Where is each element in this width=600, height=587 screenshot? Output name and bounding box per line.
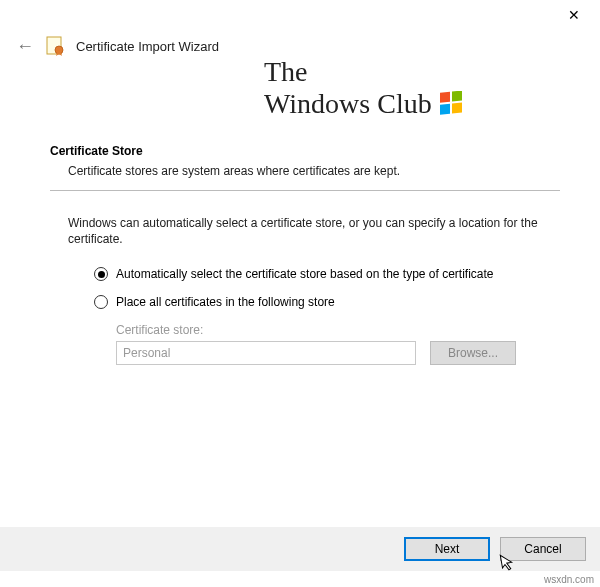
section-heading: Certificate Store [50,144,560,158]
radio-auto-label: Automatically select the certificate sto… [116,267,494,281]
wizard-title: Certificate Import Wizard [76,39,219,54]
divider [50,190,560,191]
next-button[interactable]: Next [404,537,490,561]
titlebar: ✕ [0,0,600,30]
svg-point-1 [55,46,63,54]
radio-manual-select[interactable]: Place all certificates in the following … [94,295,560,309]
instruction-text: Windows can automatically select a certi… [68,215,552,247]
browse-button: Browse... [430,341,516,365]
certificate-store-input [116,341,416,365]
wizard-content: Certificate Store Certificate stores are… [0,66,600,365]
radio-icon [94,267,108,281]
radio-icon [94,295,108,309]
radio-group: Automatically select the certificate sto… [94,267,560,309]
back-arrow-icon[interactable]: ← [16,37,34,55]
certificate-store-block: Certificate store: Browse... [116,323,560,365]
attribution-text: wsxdn.com [544,574,594,585]
radio-auto-select[interactable]: Automatically select the certificate sto… [94,267,560,281]
wizard-footer: Next Cancel [0,527,600,571]
wizard-header: ← Certificate Import Wizard [0,30,600,66]
close-icon[interactable]: ✕ [560,3,588,27]
certificate-icon [46,36,64,56]
radio-manual-label: Place all certificates in the following … [116,295,335,309]
store-field-label: Certificate store: [116,323,560,337]
section-description: Certificate stores are system areas wher… [68,164,560,178]
cancel-button[interactable]: Cancel [500,537,586,561]
